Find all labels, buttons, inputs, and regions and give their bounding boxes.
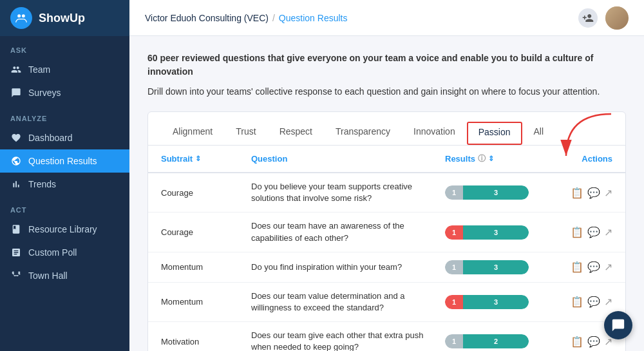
result-right: 3 (463, 260, 529, 274)
table-header: Subtrait ⇕ Question Results ⓘ ⇕ Actions (148, 146, 625, 173)
app-logo[interactable]: ShowUp (0, 0, 129, 36)
tab-innovation[interactable]: Innovation (402, 121, 467, 146)
result-left: 1 (445, 260, 463, 274)
chat-action-icon[interactable]: 💬 (587, 187, 600, 199)
page-header: Victor Eduoh Consulting (VEC) / Question… (129, 0, 644, 36)
results-cell: 1 3 (445, 225, 574, 240)
list-icon (10, 247, 22, 258)
breadcrumb-page: Question Results (279, 13, 348, 23)
people-icon (10, 64, 22, 75)
table-row: Motivation Does our team give each other… (148, 322, 625, 351)
col-header-subtrait[interactable]: Subtrait ⇕ (161, 153, 251, 164)
logo-icon (10, 7, 32, 29)
intro-sub-text: Drill down into your teams' collective r… (147, 85, 624, 99)
subtrait-cell: Momentum (161, 297, 251, 307)
townhall-icon (10, 270, 22, 281)
results-cell: 1 3 (445, 185, 574, 200)
book-action-icon[interactable]: 📋 (571, 296, 583, 308)
result-bar: 1 3 (445, 185, 529, 200)
share-action-icon[interactable]: ↗ (604, 226, 612, 238)
tab-trust[interactable]: Trust (224, 121, 267, 146)
annotation-arrow (560, 111, 618, 162)
result-left: 1 (445, 225, 463, 240)
sidebar-item-team[interactable]: Team (0, 58, 129, 81)
book-action-icon[interactable]: 📋 (571, 226, 583, 238)
app-name: ShowUp (39, 12, 85, 25)
col-header-results[interactable]: Results ⓘ ⇕ (445, 153, 574, 164)
tab-respect[interactable]: Respect (268, 121, 324, 146)
town-hall-label: Town Hall (28, 270, 68, 281)
chat-action-icon[interactable]: 💬 (587, 226, 600, 238)
svg-point-1 (22, 14, 25, 17)
breadcrumb-org[interactable]: Victor Eduoh Consulting (VEC) (145, 13, 269, 23)
intro-bold-text: 60 peer reviewed questions that give eve… (147, 52, 624, 79)
category-tabs: Alignment Trust Respect Transparency Inn… (148, 112, 625, 146)
heart-icon (10, 132, 22, 144)
table-row: Momentum Does our team value determinati… (148, 283, 625, 322)
sidebar-item-dashboard[interactable]: Dashboard (0, 126, 129, 149)
custom-poll-label: Custom Poll (28, 247, 77, 258)
chat-action-icon[interactable]: 💬 (587, 261, 600, 273)
result-bar: 1 3 (445, 225, 529, 240)
actions-cell: 📋 💬 ↗ (574, 226, 612, 238)
content-panel: Alignment Trust Respect Transparency Inn… (147, 111, 626, 351)
result-left: 1 (445, 185, 463, 200)
actions-cell: 📋 💬 ↗ (574, 296, 612, 308)
col-header-question: Question (251, 153, 445, 164)
sort-subtrait-icon[interactable]: ⇕ (195, 155, 201, 163)
table-row: Courage Does our team have an awareness … (148, 213, 625, 252)
page-content: 60 peer reviewed questions that give eve… (129, 36, 644, 351)
share-action-icon[interactable]: ↗ (604, 296, 612, 308)
tab-all[interactable]: All (522, 121, 556, 146)
actions-cell: 📋 💬 ↗ (574, 187, 612, 199)
chat-support-button[interactable] (604, 311, 632, 339)
sidebar-item-custom-poll[interactable]: Custom Poll (0, 241, 129, 264)
actions-cell: 📋 💬 ↗ (574, 261, 612, 273)
team-label: Team (28, 64, 50, 75)
sidebar-item-resource-library[interactable]: Resource Library (0, 218, 129, 241)
sidebar: ShowUp ASK Team Surveys ANALYZE Dashboar… (0, 0, 129, 351)
tab-passion[interactable]: Passion (467, 122, 522, 145)
result-bar: 1 3 (445, 260, 529, 274)
sidebar-item-surveys[interactable]: Surveys (0, 81, 129, 104)
question-cell: Does our team value determination and a … (251, 290, 445, 314)
results-cell: 1 2 (445, 334, 574, 348)
user-avatar[interactable] (605, 6, 629, 30)
sidebar-item-question-results[interactable]: Question Results (0, 149, 129, 173)
dashboard-label: Dashboard (28, 133, 73, 143)
breadcrumb-separator: / (272, 13, 275, 23)
tab-transparency[interactable]: Transparency (324, 121, 402, 146)
tab-alignment[interactable]: Alignment (161, 121, 224, 146)
question-cell: Does our team have an awareness of the c… (251, 220, 445, 243)
book-action-icon[interactable]: 📋 (571, 261, 583, 273)
add-user-button[interactable] (578, 8, 598, 28)
result-bar: 1 2 (445, 334, 529, 348)
question-cell: Do you believe your team supports creati… (251, 181, 445, 204)
question-cell: Do you find inspiration within your team… (251, 261, 445, 273)
sidebar-item-trends[interactable]: Trends (0, 173, 129, 196)
main-content: Victor Eduoh Consulting (VEC) / Question… (129, 0, 644, 351)
results-info-icon[interactable]: ⓘ (478, 153, 486, 164)
sort-results-icon[interactable]: ⇕ (488, 155, 494, 163)
resource-library-label: Resource Library (28, 224, 97, 234)
share-action-icon[interactable]: ↗ (604, 187, 612, 199)
sidebar-item-town-hall[interactable]: Town Hall (0, 264, 129, 287)
result-right: 3 (463, 225, 529, 240)
results-cell: 1 3 (445, 260, 574, 274)
result-left: 1 (445, 334, 463, 348)
subtrait-cell: Motivation (161, 337, 251, 346)
chat-action-icon[interactable]: 💬 (587, 296, 600, 308)
book-action-icon[interactable]: 📋 (571, 187, 583, 199)
chat-action-icon[interactable]: 💬 (587, 336, 600, 348)
trends-label: Trends (28, 179, 56, 189)
breadcrumb: Victor Eduoh Consulting (VEC) / Question… (145, 13, 573, 23)
section-act: ACT (0, 196, 129, 218)
subtrait-cell: Courage (161, 188, 251, 198)
book-action-icon[interactable]: 📋 (571, 336, 583, 348)
share-action-icon[interactable]: ↗ (604, 261, 612, 273)
book-icon (10, 223, 22, 235)
section-ask: ASK (0, 36, 129, 58)
result-right: 3 (463, 185, 529, 200)
subtrait-cell: Momentum (161, 262, 251, 272)
question-results-label: Question Results (28, 156, 97, 166)
